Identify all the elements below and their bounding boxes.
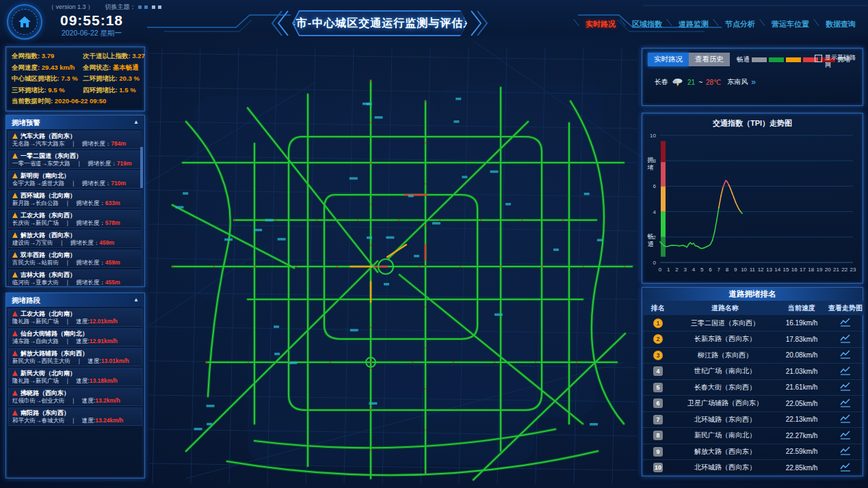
map-road-label bbox=[278, 238, 286, 241]
speed-cell: 22.85km/h bbox=[776, 460, 827, 476]
tpi-chart: 0246810012345678910111213141516171819202… bbox=[644, 128, 861, 280]
warning-list-item[interactable]: 吉林大路（东向西）临河街→亚泰大街 ｜ 拥堵长度：455m bbox=[8, 269, 142, 287]
table-row[interactable]: 6卫星广场辅路（西向东）22.05km/h bbox=[642, 396, 864, 412]
theme-swatch-1[interactable] bbox=[138, 5, 142, 9]
temp-high: 28℃ bbox=[706, 79, 721, 86]
trend-chart-icon[interactable] bbox=[840, 463, 851, 472]
tpi-chart-title: 交通指数（TPI）走势图 bbox=[642, 113, 863, 128]
svg-text:1: 1 bbox=[667, 267, 670, 273]
alert-triangle-icon bbox=[12, 410, 18, 416]
rank-badge: 1 bbox=[653, 318, 663, 328]
stat-label: 中心城区拥堵比: bbox=[12, 74, 61, 82]
table-row[interactable]: 8新民广场（南向北）22.27km/h bbox=[642, 428, 864, 444]
clock: 09:55:18 bbox=[44, 12, 140, 29]
congestion-list-item[interactable]: 工农大路（北向南）隆礼路→新民广场 ｜ 速度:12.01km/h bbox=[8, 308, 142, 327]
warning-list-item[interactable]: 解放大路（西向东）建设街→万宝街 ｜ 拥堵长度：459m bbox=[8, 230, 142, 248]
checkbox-icon[interactable] bbox=[815, 55, 822, 62]
warning-list-item[interactable]: 双丰西路（北向南）富民大街→站前街 ｜ 拥堵长度：459m bbox=[8, 249, 142, 268]
stat-value: 2020-06-22 09:50 bbox=[55, 97, 107, 105]
nav-item-6[interactable]: 数据查询 bbox=[815, 19, 856, 29]
congestion-warning-title: 拥堵预警 bbox=[12, 116, 40, 129]
speed-cell: 20.08km/h bbox=[776, 347, 827, 364]
congestion-list-item[interactable]: 解放大路辅路（东向西）新民大街→西民主大街 ｜ 速度:13.01km/h bbox=[8, 348, 142, 366]
version-label: （ version 1.3 ） bbox=[48, 3, 94, 10]
speed-value: 13.2km/h bbox=[95, 397, 120, 404]
table-row[interactable]: 9解放大路（西向东）22.59km/h bbox=[642, 444, 864, 460]
stat-item: 全网指数: 3.79 bbox=[12, 53, 81, 60]
nav-item-5[interactable]: 营运车位置 bbox=[761, 19, 809, 29]
theme-swatch-3[interactable] bbox=[152, 5, 155, 9]
warning-list-item[interactable]: 工农大路（东向西）长庆街→新民广场 ｜ 拥堵长度：578m bbox=[8, 210, 142, 228]
collapse-caret-icon[interactable]: ▲ bbox=[133, 116, 139, 129]
home-button[interactable] bbox=[7, 4, 42, 40]
warning-scrollbar-thumb[interactable] bbox=[140, 147, 143, 188]
map-canvas bbox=[145, 41, 642, 488]
congestion-list-item[interactable]: 新民大街（北向南）隆礼路→新民广场 ｜ 速度:13.18km/h bbox=[8, 368, 142, 386]
trend-chart-icon[interactable] bbox=[840, 318, 851, 327]
congestion-list-item[interactable]: 南阳路（东向西）和平大街→春城大街 ｜ 速度:13.24km/h bbox=[8, 407, 142, 426]
table-row[interactable]: 7北环城路（东向西）22.13km/h bbox=[642, 411, 864, 428]
separator: ｜ bbox=[70, 180, 82, 187]
trend-chart-icon[interactable] bbox=[840, 398, 851, 407]
map-road-label bbox=[350, 329, 358, 331]
ranking-column-header: 当前速度 bbox=[776, 301, 827, 315]
stat-value: 29.43 km/h bbox=[42, 64, 75, 71]
nav-item-2[interactable]: 区域指数 bbox=[621, 19, 662, 29]
trend-chart-icon[interactable] bbox=[840, 446, 851, 455]
main-nav: 实时路况区域指数道路监测节点分析营运车位置数据查询 bbox=[575, 19, 856, 29]
map-road-label bbox=[462, 176, 467, 178]
trend-chart-icon[interactable] bbox=[840, 350, 851, 359]
alert-triangle-icon bbox=[12, 390, 18, 396]
basemap-checkbox[interactable]: 显示基础路网 bbox=[815, 54, 857, 69]
rank-badge: 6 bbox=[653, 398, 663, 408]
nav-item-4[interactable]: 节点分析 bbox=[714, 19, 755, 29]
trend-chart-icon[interactable] bbox=[840, 334, 851, 343]
warning-list-item[interactable]: 西环城路（北向南）新月路→长白公路 ｜ 拥堵长度：633m bbox=[8, 190, 142, 208]
trend-chart-icon[interactable] bbox=[840, 366, 851, 375]
nav-item-3[interactable]: 道路监测 bbox=[668, 19, 709, 29]
trend-chart-icon[interactable] bbox=[840, 414, 851, 423]
table-row[interactable]: 4世纪广场（南向北）21.03km/h bbox=[642, 364, 864, 380]
weather-more-arrow[interactable]: » bbox=[751, 77, 756, 87]
table-row[interactable]: 2长新东路（西向东）17.83km/h bbox=[642, 331, 864, 348]
trend-chart-icon[interactable] bbox=[840, 382, 851, 391]
map-road-label bbox=[490, 170, 498, 173]
theme-swatch-2[interactable] bbox=[144, 5, 148, 9]
separator: ｜ bbox=[65, 377, 77, 384]
congestion-list-item[interactable]: 拂晓路（西向东）红领巾街→创业大街 ｜ 速度:13.2km/h bbox=[8, 388, 142, 406]
congestion-list-item[interactable]: 仙台大街辅路（南向北）浦东路→自由大路 ｜ 速度:12.91km/h bbox=[8, 328, 142, 347]
table-row[interactable]: 3柳江路（东向西）20.08km/h bbox=[642, 347, 864, 364]
speed-value: 13.01km/h bbox=[101, 357, 129, 364]
metric-label: 拥堵长度： bbox=[76, 259, 105, 266]
metric-label: 拥堵长度： bbox=[76, 279, 105, 286]
warning-list-item[interactable]: 新明街（南向北）金宇大路→盛世大路 ｜ 拥堵长度：710m bbox=[8, 170, 142, 189]
city-traffic-map[interactable] bbox=[145, 41, 642, 488]
weather-row: 长春 21 ~ 28℃ 东南风 » bbox=[655, 77, 756, 87]
warning-list-item[interactable]: 汽车大路（西向东）无名路→汽车大路东 ｜ 拥堵长度：784m bbox=[8, 131, 142, 149]
congestion-warning-header: 拥堵预警 ▲ bbox=[6, 116, 144, 129]
collapse-caret-icon[interactable]: ▲ bbox=[133, 293, 139, 307]
stat-item: 当前数据时间: 2020-06-22 09:50 bbox=[12, 98, 147, 105]
speed-cell: 22.05km/h bbox=[776, 396, 827, 412]
road-route: 一零一省道→东荣大路 bbox=[12, 160, 77, 167]
tab-realtime[interactable]: 实时路况 bbox=[648, 53, 689, 66]
rank-badge: 9 bbox=[653, 447, 663, 457]
table-row[interactable]: 5长春大街（东向西）21.61km/h bbox=[642, 379, 864, 396]
speed-value: 12.01km/h bbox=[90, 318, 118, 325]
table-row[interactable]: 1三零二国道（东向西）16.19km/h bbox=[642, 315, 864, 331]
map-road-label bbox=[183, 192, 188, 195]
rank-badge: 10 bbox=[653, 463, 663, 472]
ranking-column-header: 排名 bbox=[642, 301, 674, 315]
warning-list-item[interactable]: 一零二国道（东向西）一零一省道→东荣大路 ｜ 拥堵长度：719m bbox=[8, 150, 142, 169]
map-road-label bbox=[553, 249, 559, 252]
app-title-frame: 长春市-中心城区交通运行监测与评估系统 bbox=[292, 10, 467, 36]
road-route: 建设街→万宝街 bbox=[12, 239, 59, 246]
trend-chart-icon[interactable] bbox=[840, 431, 851, 439]
svg-text:3: 3 bbox=[684, 267, 687, 273]
warning-scrollbar-track[interactable] bbox=[141, 131, 144, 285]
theme-swatch-4[interactable] bbox=[158, 5, 161, 9]
nav-item-1[interactable]: 实时路况 bbox=[575, 19, 616, 29]
road-name-cell: 北环城路（西向东） bbox=[674, 460, 776, 476]
table-row[interactable]: 10北环城路（西向东）22.85km/h bbox=[642, 460, 864, 476]
tab-history[interactable]: 查看历史 bbox=[689, 53, 730, 66]
